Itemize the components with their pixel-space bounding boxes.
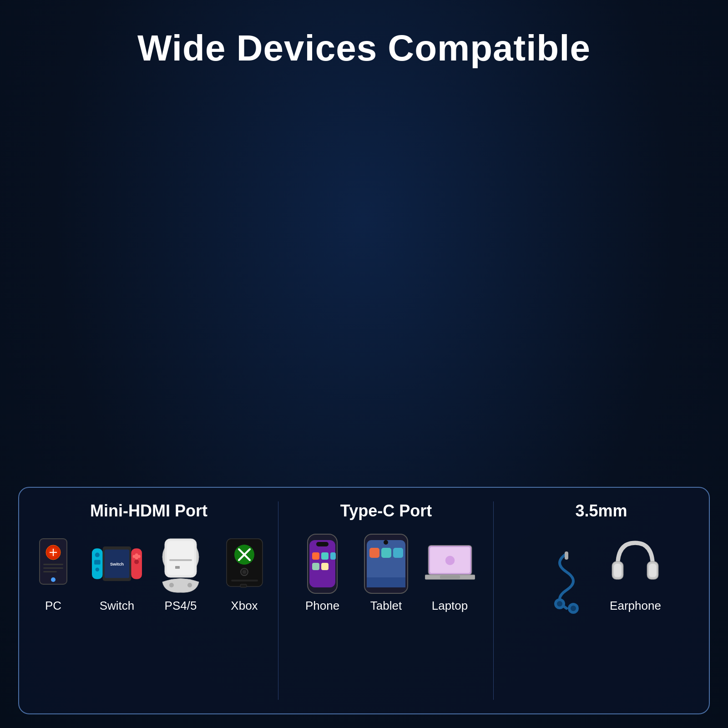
ps45-label: PS4/5 bbox=[165, 599, 197, 613]
pc-label: PC bbox=[45, 599, 61, 613]
svg-rect-84 bbox=[316, 542, 329, 546]
svg-rect-94 bbox=[381, 548, 391, 558]
switch-label: Switch bbox=[100, 599, 135, 613]
compat-section-35mm: 3.5mm bbox=[494, 488, 709, 713]
xbox-icon bbox=[219, 534, 269, 593]
svg-rect-106 bbox=[565, 551, 568, 560]
svg-rect-53 bbox=[43, 571, 57, 572]
pc-icon bbox=[28, 534, 78, 593]
svg-rect-52 bbox=[43, 567, 63, 569]
headphone-icon bbox=[610, 534, 660, 593]
typec-devices-row: Phone bbox=[298, 534, 475, 613]
svg-rect-86 bbox=[321, 552, 329, 560]
laptop-icon bbox=[425, 534, 475, 593]
svg-rect-81 bbox=[240, 584, 247, 587]
svg-point-67 bbox=[135, 556, 138, 560]
ps45-icon bbox=[156, 534, 206, 593]
compat-section-typec: Type-C Port bbox=[278, 488, 494, 713]
svg-point-63 bbox=[134, 560, 139, 564]
device-item-headphone: Earphone bbox=[610, 534, 661, 613]
svg-point-54 bbox=[51, 577, 56, 582]
svg-point-56 bbox=[95, 552, 100, 557]
compat-section-hdmi: Mini-HDMI Port bbox=[19, 488, 278, 713]
device-item-tablet: Tablet bbox=[361, 534, 411, 613]
svg-rect-87 bbox=[330, 552, 336, 560]
svg-rect-96 bbox=[367, 577, 405, 587]
svg-rect-101 bbox=[440, 576, 460, 579]
tablet-icon bbox=[361, 534, 411, 593]
svg-rect-71 bbox=[175, 566, 180, 569]
svg-point-79 bbox=[243, 570, 246, 574]
diagram-section: OTG Power '+' Key Back Menu '-' Key 3.5m… bbox=[0, 87, 728, 278]
svg-point-66 bbox=[135, 553, 138, 556]
hdmi-section-title: Mini-HDMI Port bbox=[90, 501, 207, 521]
earphone-cable-icon bbox=[541, 554, 592, 613]
phone-icon bbox=[298, 534, 348, 593]
compat-panel: Mini-HDMI Port bbox=[18, 487, 710, 714]
device-item-earphone-cable bbox=[541, 554, 592, 613]
svg-rect-85 bbox=[312, 552, 319, 560]
svg-point-92 bbox=[384, 540, 388, 545]
device-item-xbox: Xbox bbox=[219, 534, 269, 613]
svg-rect-57 bbox=[94, 560, 101, 565]
svg-rect-69 bbox=[167, 541, 194, 575]
svg-point-58 bbox=[96, 567, 99, 571]
tablet-label: Tablet bbox=[370, 599, 402, 613]
svg-rect-88 bbox=[312, 563, 319, 570]
switch-icon: Switch bbox=[92, 534, 142, 593]
svg-rect-89 bbox=[321, 563, 329, 570]
svg-point-99 bbox=[445, 556, 455, 565]
device-item-switch: Switch Switch bbox=[92, 534, 142, 613]
svg-rect-51 bbox=[43, 564, 63, 565]
device-item-phone: Phone bbox=[298, 534, 348, 613]
svg-point-105 bbox=[571, 606, 576, 611]
svg-rect-70 bbox=[169, 559, 192, 561]
device-item-ps45: PS4/5 bbox=[156, 534, 206, 613]
device-item-pc: PC bbox=[28, 534, 78, 613]
svg-rect-80 bbox=[231, 580, 258, 581]
earphone-label: Earphone bbox=[610, 599, 661, 613]
phone-label: Phone bbox=[305, 599, 339, 613]
laptop-label: Laptop bbox=[432, 599, 468, 613]
page-title: Wide Devices Compatible bbox=[137, 27, 591, 69]
svg-rect-95 bbox=[393, 548, 403, 558]
device-item-laptop: Laptop bbox=[425, 534, 475, 613]
page-container: Wide Devices Compatible bbox=[0, 0, 728, 728]
svg-text:Switch: Switch bbox=[110, 562, 124, 566]
earphone-row: Earphone bbox=[541, 534, 661, 613]
svg-rect-110 bbox=[649, 564, 657, 577]
svg-point-73 bbox=[187, 583, 192, 587]
hdmi-devices-row: PC bbox=[28, 534, 269, 613]
typec-section-title: Type-C Port bbox=[340, 501, 432, 521]
svg-rect-93 bbox=[369, 548, 379, 558]
mm35-section-title: 3.5mm bbox=[575, 501, 627, 521]
svg-point-72 bbox=[169, 583, 174, 587]
svg-rect-108 bbox=[614, 564, 622, 577]
xbox-label: Xbox bbox=[231, 599, 258, 613]
svg-point-103 bbox=[557, 601, 562, 607]
